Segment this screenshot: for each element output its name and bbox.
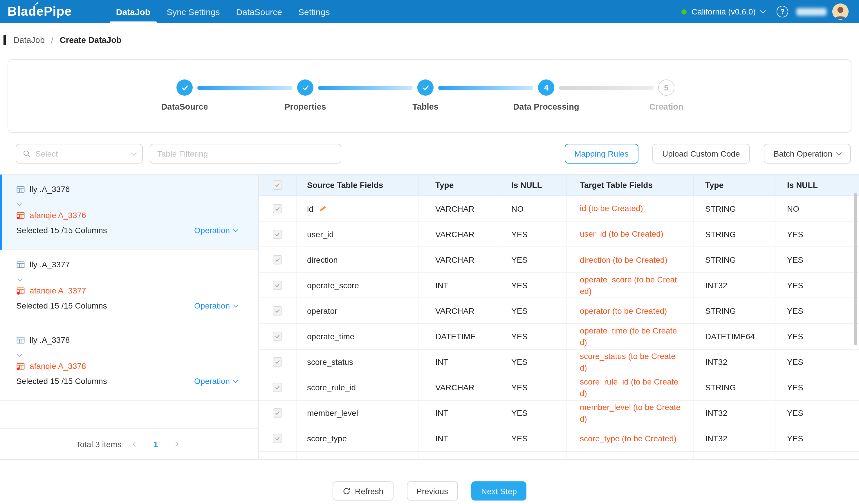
- target-table-name: afanqie A_3376: [30, 210, 86, 220]
- chevron-down-icon: [836, 150, 842, 156]
- table-pair-item[interactable]: lly .A_3378 afanqie A_3378 Selected 15 /…: [0, 325, 258, 401]
- chevron-down-icon: [233, 378, 238, 383]
- source-field-type: VARCHAR: [419, 247, 497, 272]
- target-field-type: STRING: [694, 196, 775, 221]
- operation-link[interactable]: Operation: [194, 226, 237, 235]
- operation-label: Operation: [194, 376, 230, 386]
- row-checkbox[interactable]: [273, 230, 282, 239]
- nav-item-datasource[interactable]: DataSource: [228, 0, 290, 23]
- row-checkbox[interactable]: [273, 306, 282, 315]
- help-icon[interactable]: ?: [777, 6, 788, 17]
- target-field-name: operate_time (to be Created): [580, 325, 681, 348]
- source-field-nullable: YES: [497, 349, 567, 374]
- target-field-nullable: YES: [775, 298, 859, 323]
- target-table-icon: [16, 211, 25, 220]
- breadcrumb-parent[interactable]: DataJob: [13, 35, 45, 45]
- source-field-type: INT: [419, 426, 497, 451]
- scrollbar-thumb[interactable]: [854, 193, 857, 345]
- source-field-nullable: YES: [497, 375, 567, 400]
- nav-item-label: DataSource: [236, 7, 282, 17]
- batch-operation-button[interactable]: Batch Operation: [764, 144, 851, 163]
- row-checkbox[interactable]: [273, 204, 282, 213]
- column-header: Is NULL: [497, 175, 567, 195]
- nav-item-settings[interactable]: Settings: [290, 0, 338, 23]
- next-step-button[interactable]: Next Step: [471, 482, 527, 501]
- field-row: operate_score INT YES operate_score (to …: [259, 273, 859, 298]
- column-header: Type: [694, 175, 775, 195]
- source-field-nullable: YES: [497, 222, 567, 247]
- app-logo[interactable]: BladePipe: [7, 4, 72, 19]
- nav-item-datajob[interactable]: DataJob: [108, 0, 159, 23]
- row-checkbox[interactable]: [273, 409, 282, 418]
- operation-link[interactable]: Operation: [194, 301, 237, 310]
- table-filter-input[interactable]: [150, 144, 341, 163]
- step-progress-bar: [438, 86, 533, 90]
- column-header: [259, 175, 297, 195]
- table-select-dropdown[interactable]: Select: [16, 144, 143, 163]
- step-circle-3: [417, 79, 434, 96]
- source-field-name: member_level: [307, 409, 358, 418]
- chevron-left-icon: [133, 442, 138, 446]
- mapping-rules-button[interactable]: Mapping Rules: [564, 144, 638, 163]
- source-table-name: lly .A_3378: [30, 335, 70, 345]
- source-field-type: VARCHAR: [419, 196, 497, 221]
- column-header-label: Is NULL: [511, 180, 542, 190]
- source-field-nullable: YES: [497, 273, 567, 298]
- source-field-name: operate_score: [307, 281, 359, 290]
- selected-columns-label: Selected 15 /15 Columns: [16, 226, 107, 235]
- selected-columns-label: Selected 15 /15 Columns: [16, 376, 107, 386]
- source-field-type: VARCHAR: [419, 375, 497, 400]
- source-field-type: INT: [419, 401, 497, 426]
- chevron-down-icon: [131, 150, 137, 156]
- row-checkbox[interactable]: [273, 255, 282, 264]
- select-all-checkbox[interactable]: [273, 180, 282, 190]
- source-field-type: INT: [419, 349, 497, 374]
- prev-page-button[interactable]: [129, 438, 142, 450]
- target-field-nullable: YES: [775, 324, 859, 349]
- target-table-icon: [16, 362, 25, 370]
- target-field-nullable: NO: [775, 196, 859, 221]
- target-table-name: afanqie A_3378: [30, 361, 86, 371]
- table-pair-item[interactable]: lly .A_3377 afanqie A_3377 Selected 15 /…: [0, 250, 258, 325]
- target-field-type: INT32: [694, 273, 775, 298]
- batch-operation-label: Batch Operation: [774, 149, 832, 158]
- target-field-type: STRING: [694, 375, 775, 400]
- avatar[interactable]: [832, 3, 848, 20]
- field-row-partial: [259, 452, 859, 459]
- target-field-type: STRING: [694, 222, 775, 247]
- creation-stepper: DataSourcePropertiesTables4Data Processi…: [7, 59, 852, 133]
- page-number[interactable]: 1: [149, 438, 162, 450]
- table-pair-item[interactable]: lly .A_3376 afanqie A_3376 Selected 15 /…: [0, 175, 258, 250]
- region-selector[interactable]: California (v0.6.0): [692, 7, 756, 16]
- source-field-nullable: YES: [497, 426, 567, 451]
- upload-custom-code-button[interactable]: Upload Custom Code: [652, 144, 750, 163]
- nav-item-sync-settings[interactable]: Sync Settings: [159, 0, 228, 23]
- step-progress-bar: [559, 86, 653, 90]
- target-field-name: score_status (to be Created): [580, 350, 681, 374]
- row-checkbox[interactable]: [273, 357, 282, 366]
- row-checkbox[interactable]: [273, 383, 282, 392]
- field-row: score_rule_id VARCHAR YES score_rule_id …: [259, 375, 859, 400]
- refresh-button[interactable]: Refresh: [332, 482, 393, 501]
- previous-button[interactable]: Previous: [407, 482, 458, 501]
- target-field-name: operator (to be Created): [580, 305, 667, 317]
- row-checkbox[interactable]: [273, 434, 282, 443]
- field-mapping-table: Source Table FieldsTypeIs NULLTarget Tab…: [259, 175, 859, 459]
- source-field-name: user_id: [307, 230, 334, 239]
- row-checkbox[interactable]: [273, 281, 282, 290]
- source-field-name: operator: [307, 306, 337, 315]
- next-page-button[interactable]: [170, 438, 183, 450]
- source-table-name: lly .A_3377: [30, 260, 70, 269]
- step-label: Creation: [620, 102, 713, 111]
- username-redacted[interactable]: [796, 8, 827, 15]
- row-checkbox[interactable]: [273, 332, 282, 341]
- source-field-nullable: YES: [497, 298, 567, 323]
- source-field-name: score_type: [307, 434, 347, 443]
- operation-link[interactable]: Operation: [194, 376, 237, 386]
- source-field-nullable: NO: [497, 196, 567, 221]
- source-field-name: operate_time: [307, 332, 355, 341]
- check-icon: [421, 83, 430, 92]
- chevron-down-icon[interactable]: [760, 7, 766, 13]
- edit-icon[interactable]: [319, 204, 327, 212]
- mapping-toolbar: Select Mapping Rules Upload Custom Code …: [16, 144, 851, 163]
